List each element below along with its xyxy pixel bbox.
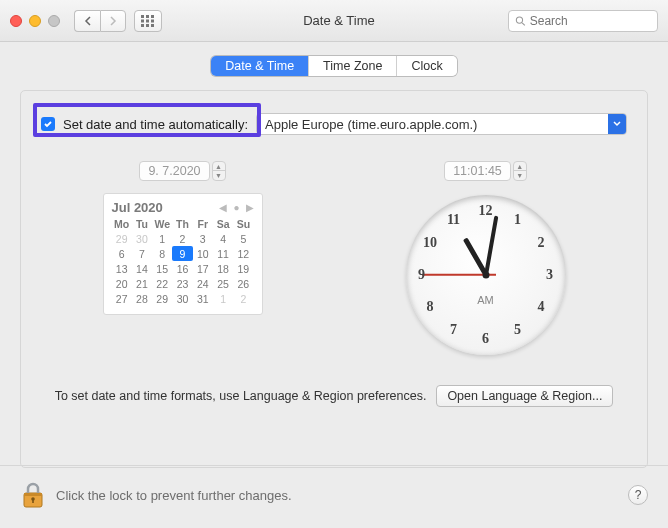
help-button[interactable]: ? — [628, 485, 648, 505]
calendar-day[interactable]: 24 — [193, 276, 213, 291]
titlebar: Date & Time — [0, 0, 668, 42]
calendar-day[interactable]: 27 — [112, 291, 132, 306]
chevron-up-icon[interactable]: ▲ — [514, 162, 526, 171]
calendar-day[interactable]: 18 — [213, 261, 233, 276]
calendar-day[interactable]: 29 — [112, 231, 132, 246]
calendar-day[interactable]: 30 — [132, 231, 152, 246]
time-field[interactable]: 11:01:45 — [444, 161, 511, 181]
calendar-day[interactable]: 5 — [233, 231, 253, 246]
calendar-day[interactable]: 1 — [213, 291, 233, 306]
calendar-day[interactable]: 12 — [233, 246, 253, 261]
calendar-day[interactable]: 2 — [172, 231, 192, 246]
svg-rect-12 — [24, 493, 42, 496]
show-all-button[interactable] — [134, 10, 162, 32]
calendar-day[interactable]: 31 — [193, 291, 213, 306]
svg-rect-14 — [32, 499, 34, 503]
lock-icon[interactable] — [20, 480, 46, 510]
calendar-day[interactable]: 16 — [172, 261, 192, 276]
chevron-down-icon[interactable]: ▼ — [213, 171, 225, 180]
tab-clock[interactable]: Clock — [397, 56, 456, 76]
calendar-day[interactable]: 8 — [152, 246, 172, 261]
main-panel: Set date and time automatically: Apple E… — [20, 90, 648, 468]
date-stepper-buttons[interactable]: ▲ ▼ — [212, 161, 226, 181]
clock-number: 3 — [546, 267, 553, 283]
minute-hand — [484, 216, 498, 276]
back-button[interactable] — [74, 10, 100, 32]
auto-time-checkbox[interactable] — [41, 117, 55, 131]
svg-rect-7 — [146, 24, 149, 27]
calendar-dow: Su — [233, 217, 253, 231]
calendar-day[interactable]: 3 — [193, 231, 213, 246]
calendar-next-icon[interactable]: ▶ — [246, 202, 254, 213]
forward-button[interactable] — [100, 10, 126, 32]
clock-number: 8 — [427, 299, 434, 315]
calendar-day[interactable]: 14 — [132, 261, 152, 276]
grid-icon — [141, 15, 155, 27]
calendar-day[interactable]: 7 — [132, 246, 152, 261]
clock-number: 6 — [482, 331, 489, 347]
clock-number: 2 — [537, 235, 544, 251]
calendar-day[interactable]: 21 — [132, 276, 152, 291]
calendar-day[interactable]: 20 — [112, 276, 132, 291]
nav-buttons — [74, 10, 126, 32]
analog-clock: AM 121234567891011 — [406, 195, 566, 355]
chevron-up-icon[interactable]: ▲ — [213, 162, 225, 171]
date-field[interactable]: 9. 7.2020 — [139, 161, 209, 181]
calendar-day[interactable]: 13 — [112, 261, 132, 276]
calendar-day[interactable]: 25 — [213, 276, 233, 291]
time-stepper[interactable]: 11:01:45 ▲ ▼ — [444, 161, 527, 181]
clock-number: 4 — [537, 299, 544, 315]
calendar-day[interactable]: 11 — [213, 246, 233, 261]
calendar-prev-icon[interactable]: ◀ — [219, 202, 227, 213]
calendar-dow: We — [152, 217, 172, 231]
clock-center — [482, 272, 489, 279]
close-icon[interactable] — [10, 15, 22, 27]
chevron-down-icon[interactable]: ▼ — [514, 171, 526, 180]
calendar-month-label: Jul 2020 — [112, 200, 163, 215]
search-input[interactable] — [508, 10, 658, 32]
time-server-select[interactable]: Apple Europe (time.euro.apple.com.) — [256, 113, 627, 135]
svg-rect-4 — [146, 19, 149, 22]
calendar-day[interactable]: 22 — [152, 276, 172, 291]
search-icon — [515, 15, 526, 27]
clock-number: 10 — [423, 235, 437, 251]
footer-text: To set date and time formats, use Langua… — [55, 389, 427, 403]
auto-time-label: Set date and time automatically: — [63, 117, 248, 132]
time-stepper-buttons[interactable]: ▲ ▼ — [513, 161, 527, 181]
clock-number: 11 — [447, 212, 460, 228]
date-stepper[interactable]: 9. 7.2020 ▲ ▼ — [139, 161, 225, 181]
calendar-day[interactable]: 19 — [233, 261, 253, 276]
calendar-day[interactable]: 29 — [152, 291, 172, 306]
open-language-region-button[interactable]: Open Language & Region... — [436, 385, 613, 407]
calendar-day[interactable]: 30 — [172, 291, 192, 306]
calendar-day[interactable]: 17 — [193, 261, 213, 276]
tab-bar: Date & Time Time Zone Clock — [20, 56, 648, 76]
chevron-down-icon — [608, 113, 626, 135]
maximize-icon — [48, 15, 60, 27]
svg-rect-3 — [141, 19, 144, 22]
clock-number: 9 — [418, 267, 425, 283]
calendar-day[interactable]: 26 — [233, 276, 253, 291]
calendar-day[interactable]: 10 — [193, 246, 213, 261]
tab-time-zone[interactable]: Time Zone — [309, 56, 397, 76]
clock-number: 5 — [514, 322, 521, 338]
calendar-today-icon[interactable]: ● — [233, 202, 239, 213]
calendar-day[interactable]: 4 — [213, 231, 233, 246]
check-icon — [43, 119, 53, 129]
calendar-day[interactable]: 6 — [112, 246, 132, 261]
calendar-day[interactable]: 15 — [152, 261, 172, 276]
calendar-day[interactable]: 1 — [152, 231, 172, 246]
tab-date-time[interactable]: Date & Time — [211, 56, 309, 76]
minimize-icon[interactable] — [29, 15, 41, 27]
calendar-dow: Th — [172, 217, 192, 231]
calendar-day[interactable]: 28 — [132, 291, 152, 306]
search-field[interactable] — [530, 14, 651, 28]
calendar-day[interactable]: 23 — [172, 276, 192, 291]
calendar-day[interactable]: 9 — [172, 246, 192, 261]
clock-number: 1 — [514, 212, 521, 228]
clock-number: 12 — [479, 203, 493, 219]
calendar[interactable]: Jul 2020 ◀ ● ▶ MoTuWeThFrSaSu29301234567… — [103, 193, 263, 315]
lock-bar: Click the lock to prevent further change… — [0, 465, 668, 528]
second-hand — [422, 274, 486, 276]
calendar-day[interactable]: 2 — [233, 291, 253, 306]
